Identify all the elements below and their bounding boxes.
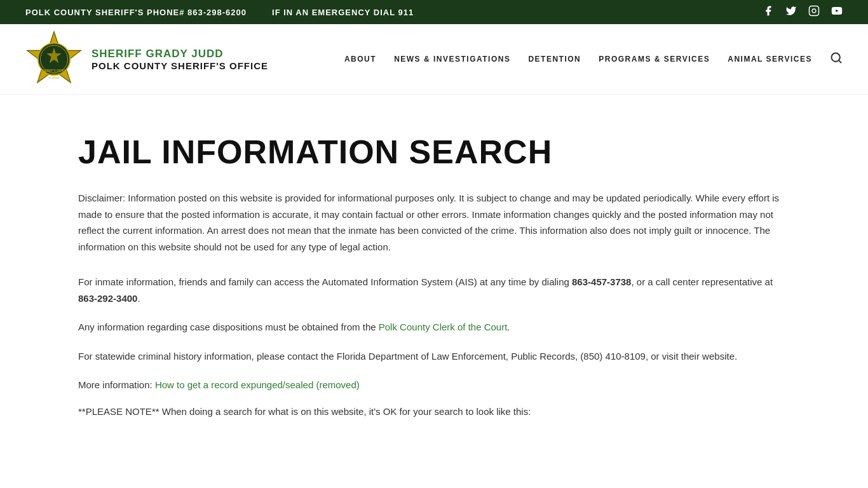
inmate-info-post: .	[137, 293, 140, 304]
facebook-icon[interactable]	[763, 5, 774, 19]
case-info-pre: Any information regarding case dispositi…	[78, 322, 379, 332]
clerk-court-link[interactable]: Polk County Clerk of the Court	[379, 322, 508, 332]
inmate-info-mid: , or a call center representative at	[631, 276, 773, 287]
nav-animal[interactable]: ANIMAL SERVICES	[728, 55, 812, 64]
page-title: JAIL INFORMATION SEARCH	[78, 133, 790, 171]
case-info-post: .	[507, 322, 510, 332]
sheriff-name: SHERIFF GRADY JUDD	[92, 48, 268, 60]
top-bar-contacts: POLK COUNTY SHERIFF'S PHONE# 863-298-620…	[25, 8, 414, 17]
svg-rect-0	[810, 6, 819, 16]
disclaimer-paragraph: Disclaimer: Information posted on this w…	[78, 190, 790, 255]
statewide-info-section: For statewide criminal history informati…	[78, 348, 790, 365]
phone-info: POLK COUNTY SHERIFF'S PHONE# 863-298-620…	[25, 8, 247, 17]
instagram-icon[interactable]	[808, 5, 820, 19]
nav-about[interactable]: ABOUT	[344, 55, 376, 64]
expunge-link[interactable]: How to get a record expunged/sealed (rem…	[155, 379, 360, 390]
sheriff-badge: SHERIFF'S OFFICE POLK COUNTY FLORIDA	[25, 30, 83, 88]
statewide-info-text: For statewide criminal history informati…	[78, 351, 737, 362]
nav-news[interactable]: NEWS & INVESTIGATIONS	[394, 55, 510, 64]
nav-programs[interactable]: PROGRAMS & SERVICES	[599, 55, 710, 64]
main-content: JAIL INFORMATION SEARCH Disclaimer: Info…	[53, 95, 815, 455]
top-bar: POLK COUNTY SHERIFF'S PHONE# 863-298-620…	[0, 0, 868, 24]
case-info-section: Any information regarding case dispositi…	[78, 319, 790, 336]
youtube-icon[interactable]	[831, 5, 843, 19]
nav-detention[interactable]: DETENTION	[528, 55, 581, 64]
please-note-section: **PLEASE NOTE** When doing a search for …	[78, 403, 790, 420]
inmate-phone2: 863-292-3400	[78, 293, 137, 304]
logo-text: SHERIFF GRADY JUDD POLK COUNTY SHERIFF'S…	[92, 48, 268, 71]
social-icons-group	[763, 5, 843, 19]
svg-text:SHERIFF'S OFFICE: SHERIFF'S OFFICE	[41, 69, 67, 72]
twitter-icon[interactable]	[785, 5, 797, 19]
inmate-info-section: For inmate information, friends and fami…	[78, 274, 790, 306]
svg-text:POLK COUNTY: POLK COUNTY	[46, 73, 62, 76]
svg-line-11	[839, 60, 841, 62]
more-info-section: More information: How to get a record ex…	[78, 377, 790, 393]
emergency-info: IF IN AN EMERGENCY DIAL 911	[272, 8, 414, 17]
office-name: POLK COUNTY SHERIFF'S OFFICE	[92, 60, 268, 71]
svg-text:FLORIDA: FLORIDA	[49, 77, 59, 79]
main-nav: ABOUT NEWS & INVESTIGATIONS DETENTION PR…	[344, 51, 843, 67]
note-text: **PLEASE NOTE** When doing a search for …	[78, 406, 531, 417]
more-info-pre: More information:	[78, 379, 155, 390]
logo-area: SHERIFF'S OFFICE POLK COUNTY FLORIDA SHE…	[25, 30, 268, 88]
inmate-info-pre: For inmate information, friends and fami…	[78, 276, 572, 287]
search-button[interactable]	[830, 51, 843, 67]
inmate-phone1: 863-457-3738	[572, 276, 631, 287]
site-header: SHERIFF'S OFFICE POLK COUNTY FLORIDA SHE…	[0, 24, 868, 95]
